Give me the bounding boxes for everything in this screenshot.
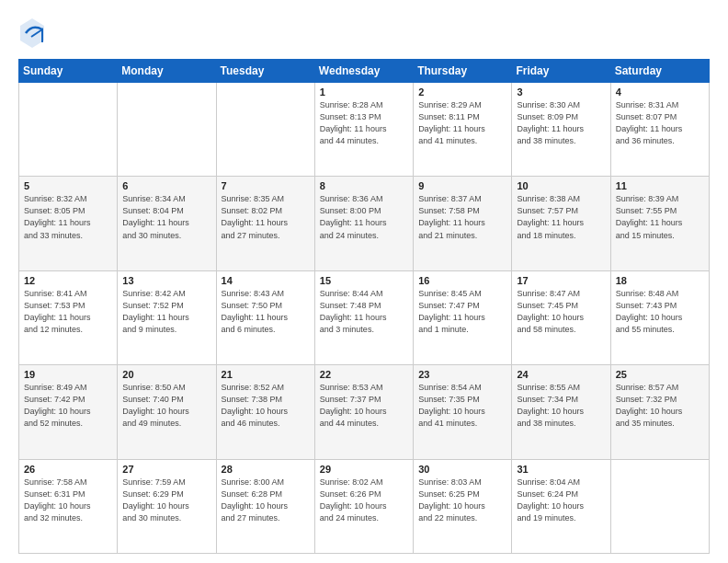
week-row-1: 1Sunrise: 8:28 AM Sunset: 8:13 PM Daylig…	[19, 83, 710, 177]
calendar-cell: 18Sunrise: 8:48 AM Sunset: 7:43 PM Dayli…	[610, 270, 709, 364]
calendar-cell: 26Sunrise: 7:58 AM Sunset: 6:31 PM Dayli…	[19, 459, 118, 553]
calendar-cell: 1Sunrise: 8:28 AM Sunset: 8:13 PM Daylig…	[314, 83, 413, 177]
calendar-cell: 27Sunrise: 7:59 AM Sunset: 6:29 PM Dayli…	[118, 459, 216, 553]
calendar-cell: 13Sunrise: 8:42 AM Sunset: 7:52 PM Dayli…	[118, 270, 216, 364]
day-info: Sunrise: 8:37 AM Sunset: 7:58 PM Dayligh…	[418, 193, 506, 241]
weekday-header-row: SundayMondayTuesdayWednesdayThursdayFrid…	[19, 60, 710, 83]
day-info: Sunrise: 8:31 AM Sunset: 8:07 PM Dayligh…	[616, 99, 704, 147]
day-number: 28	[222, 464, 310, 475]
calendar-cell: 31Sunrise: 8:04 AM Sunset: 6:24 PM Dayli…	[512, 459, 610, 553]
calendar-cell	[19, 83, 118, 177]
day-number: 29	[320, 464, 408, 475]
calendar-cell: 25Sunrise: 8:57 AM Sunset: 7:32 PM Dayli…	[610, 365, 709, 459]
day-number: 7	[222, 180, 310, 191]
weekday-header-monday: Monday	[118, 60, 216, 83]
day-number: 30	[418, 464, 506, 475]
day-number: 16	[418, 275, 506, 286]
weekday-header-thursday: Thursday	[414, 60, 512, 83]
day-number: 20	[122, 369, 210, 380]
day-info: Sunrise: 8:28 AM Sunset: 8:13 PM Dayligh…	[320, 99, 408, 147]
day-number: 12	[24, 275, 112, 286]
week-row-3: 12Sunrise: 8:41 AM Sunset: 7:53 PM Dayli…	[19, 270, 710, 364]
calendar-cell: 11Sunrise: 8:39 AM Sunset: 7:55 PM Dayli…	[610, 177, 709, 270]
calendar-cell: 29Sunrise: 8:02 AM Sunset: 6:26 PM Dayli…	[314, 459, 413, 553]
day-number: 14	[222, 275, 310, 286]
day-number: 15	[320, 275, 408, 286]
calendar-cell: 16Sunrise: 8:45 AM Sunset: 7:47 PM Dayli…	[414, 270, 512, 364]
day-info: Sunrise: 8:52 AM Sunset: 7:38 PM Dayligh…	[222, 382, 310, 430]
week-row-2: 5Sunrise: 8:32 AM Sunset: 8:05 PM Daylig…	[19, 177, 710, 270]
calendar-cell: 30Sunrise: 8:03 AM Sunset: 6:25 PM Dayli…	[414, 459, 512, 553]
calendar-cell: 23Sunrise: 8:54 AM Sunset: 7:35 PM Dayli…	[414, 365, 512, 459]
calendar-cell: 22Sunrise: 8:53 AM Sunset: 7:37 PM Dayli…	[314, 365, 413, 459]
day-info: Sunrise: 8:44 AM Sunset: 7:48 PM Dayligh…	[320, 288, 408, 336]
day-number: 13	[122, 275, 210, 286]
day-info: Sunrise: 8:42 AM Sunset: 7:52 PM Dayligh…	[122, 288, 210, 336]
weekday-header-friday: Friday	[512, 60, 610, 83]
calendar-cell	[216, 83, 314, 177]
day-number: 10	[517, 180, 605, 191]
day-info: Sunrise: 8:55 AM Sunset: 7:34 PM Dayligh…	[517, 382, 605, 430]
calendar-cell: 17Sunrise: 8:47 AM Sunset: 7:45 PM Dayli…	[512, 270, 610, 364]
day-info: Sunrise: 8:30 AM Sunset: 8:09 PM Dayligh…	[517, 99, 605, 147]
weekday-header-saturday: Saturday	[610, 60, 709, 83]
day-number: 21	[222, 369, 310, 380]
day-number: 8	[320, 180, 408, 191]
calendar-cell: 12Sunrise: 8:41 AM Sunset: 7:53 PM Dayli…	[19, 270, 118, 364]
day-info: Sunrise: 8:54 AM Sunset: 7:35 PM Dayligh…	[418, 382, 506, 430]
generalblue-logo-icon	[18, 17, 46, 50]
day-info: Sunrise: 8:00 AM Sunset: 6:28 PM Dayligh…	[222, 477, 310, 524]
day-number: 1	[320, 86, 408, 98]
weekday-header-sunday: Sunday	[19, 60, 118, 83]
svg-marker-0	[20, 18, 44, 48]
calendar-cell: 4Sunrise: 8:31 AM Sunset: 8:07 PM Daylig…	[610, 83, 709, 177]
day-info: Sunrise: 7:58 AM Sunset: 6:31 PM Dayligh…	[24, 477, 112, 524]
day-number: 6	[122, 180, 210, 191]
calendar-table: SundayMondayTuesdayWednesdayThursdayFrid…	[18, 59, 710, 554]
calendar-cell: 20Sunrise: 8:50 AM Sunset: 7:40 PM Dayli…	[118, 365, 216, 459]
week-row-4: 19Sunrise: 8:49 AM Sunset: 7:42 PM Dayli…	[19, 365, 710, 459]
day-info: Sunrise: 8:57 AM Sunset: 7:32 PM Dayligh…	[616, 382, 704, 430]
day-info: Sunrise: 8:29 AM Sunset: 8:11 PM Dayligh…	[418, 99, 506, 147]
day-info: Sunrise: 8:49 AM Sunset: 7:42 PM Dayligh…	[24, 382, 112, 430]
day-info: Sunrise: 8:36 AM Sunset: 8:00 PM Dayligh…	[320, 193, 408, 241]
calendar-cell: 2Sunrise: 8:29 AM Sunset: 8:11 PM Daylig…	[414, 83, 512, 177]
day-info: Sunrise: 8:35 AM Sunset: 8:02 PM Dayligh…	[222, 193, 310, 241]
calendar-cell: 5Sunrise: 8:32 AM Sunset: 8:05 PM Daylig…	[19, 177, 118, 270]
calendar-cell	[610, 459, 709, 553]
day-info: Sunrise: 8:53 AM Sunset: 7:37 PM Dayligh…	[320, 382, 408, 430]
calendar-cell: 10Sunrise: 8:38 AM Sunset: 7:57 PM Dayli…	[512, 177, 610, 270]
header	[18, 17, 710, 50]
weekday-header-tuesday: Tuesday	[216, 60, 314, 83]
day-number: 27	[122, 464, 210, 475]
calendar-cell: 24Sunrise: 8:55 AM Sunset: 7:34 PM Dayli…	[512, 365, 610, 459]
day-info: Sunrise: 8:04 AM Sunset: 6:24 PM Dayligh…	[517, 477, 605, 524]
day-number: 18	[616, 275, 704, 286]
day-number: 4	[616, 86, 704, 98]
day-info: Sunrise: 8:43 AM Sunset: 7:50 PM Dayligh…	[222, 288, 310, 336]
day-info: Sunrise: 8:45 AM Sunset: 7:47 PM Dayligh…	[418, 288, 506, 336]
day-number: 11	[616, 180, 704, 191]
day-info: Sunrise: 8:39 AM Sunset: 7:55 PM Dayligh…	[616, 193, 704, 241]
day-info: Sunrise: 8:32 AM Sunset: 8:05 PM Dayligh…	[24, 193, 112, 241]
calendar-cell: 3Sunrise: 8:30 AM Sunset: 8:09 PM Daylig…	[512, 83, 610, 177]
calendar-cell: 6Sunrise: 8:34 AM Sunset: 8:04 PM Daylig…	[118, 177, 216, 270]
calendar-cell: 7Sunrise: 8:35 AM Sunset: 8:02 PM Daylig…	[216, 177, 314, 270]
calendar-cell: 28Sunrise: 8:00 AM Sunset: 6:28 PM Dayli…	[216, 459, 314, 553]
day-number: 23	[418, 369, 506, 380]
day-info: Sunrise: 8:38 AM Sunset: 7:57 PM Dayligh…	[517, 193, 605, 241]
calendar-cell: 14Sunrise: 8:43 AM Sunset: 7:50 PM Dayli…	[216, 270, 314, 364]
day-number: 22	[320, 369, 408, 380]
day-number: 31	[517, 464, 605, 475]
calendar-cell: 21Sunrise: 8:52 AM Sunset: 7:38 PM Dayli…	[216, 365, 314, 459]
day-number: 25	[616, 369, 704, 380]
day-number: 17	[517, 275, 605, 286]
weekday-header-wednesday: Wednesday	[314, 60, 413, 83]
day-info: Sunrise: 8:03 AM Sunset: 6:25 PM Dayligh…	[418, 477, 506, 524]
day-number: 2	[418, 86, 506, 98]
calendar-cell: 9Sunrise: 8:37 AM Sunset: 7:58 PM Daylig…	[414, 177, 512, 270]
calendar-cell: 8Sunrise: 8:36 AM Sunset: 8:00 PM Daylig…	[314, 177, 413, 270]
day-info: Sunrise: 7:59 AM Sunset: 6:29 PM Dayligh…	[122, 477, 210, 524]
calendar-cell	[118, 83, 216, 177]
day-info: Sunrise: 8:02 AM Sunset: 6:26 PM Dayligh…	[320, 477, 408, 524]
